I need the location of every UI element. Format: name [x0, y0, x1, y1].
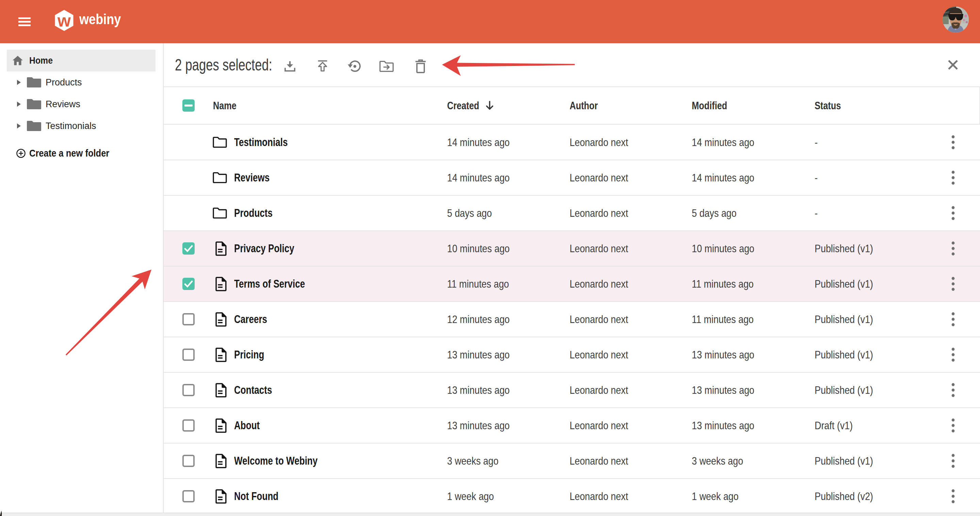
svg-text:w: w — [57, 11, 71, 30]
